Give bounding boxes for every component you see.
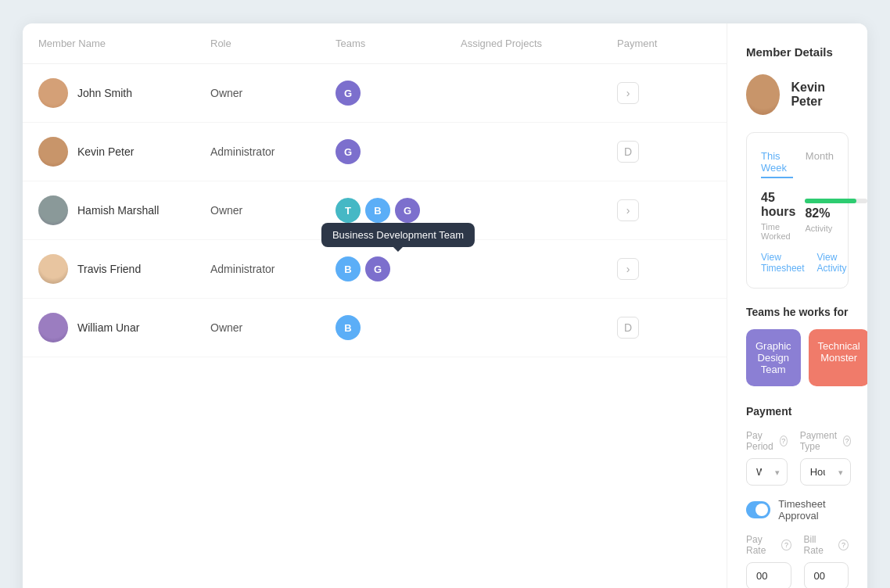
- payment-title: Payment: [746, 405, 849, 418]
- pay-period-field: Pay Period ? Weekly Bi-weekly Monthly ▾: [746, 430, 788, 486]
- member-name: William Unar: [77, 321, 139, 334]
- pay-period-select[interactable]: Weekly Bi-weekly Monthly: [746, 458, 788, 486]
- role-cell: Administrator: [210, 145, 336, 158]
- detail-button[interactable]: ›: [617, 82, 639, 104]
- detail-button[interactable]: ›: [617, 199, 639, 221]
- col-payment: Payment: [617, 38, 711, 49]
- team-badge: B: [365, 198, 390, 223]
- role-cell: Owner: [210, 321, 336, 334]
- tab-month[interactable]: Month: [806, 147, 834, 178]
- avatar: [38, 78, 68, 108]
- payment-type-select-wrapper: Hourly Payment Fixed ▾: [800, 458, 851, 486]
- avatar: [38, 137, 68, 167]
- tab-this-week[interactable]: This Week: [761, 147, 793, 178]
- payment-cell: ›: [617, 82, 711, 104]
- bill-rate-field: Bill Rate ?: [804, 534, 849, 588]
- table-header: Member Name Role Teams Assigned Projects…: [23, 23, 727, 64]
- team-badge: G: [336, 139, 361, 164]
- teams-cell: G: [336, 81, 461, 106]
- payment-type-select[interactable]: Hourly Payment Fixed: [800, 458, 851, 486]
- bill-rate-label: Bill Rate ?: [804, 534, 849, 556]
- stats-row: 45 hours Time Worked 82% Activity $245.0…: [761, 191, 834, 241]
- pay-period-select-wrapper: Weekly Bi-weekly Monthly ▾: [746, 458, 788, 486]
- timesheet-approval-row: Timesheet Approval: [746, 498, 849, 522]
- table-section: Member Name Role Teams Assigned Projects…: [23, 23, 727, 588]
- col-member-name: Member Name: [38, 38, 210, 49]
- team-badge: G: [395, 198, 420, 223]
- links-row: View Timesheet View Activity: [761, 252, 834, 274]
- member-header-name: Kevin Peter: [791, 81, 849, 109]
- team-badge: T: [336, 198, 361, 223]
- activity-label: Activity: [805, 224, 867, 233]
- table-row[interactable]: John Smith Owner G ›: [23, 64, 727, 123]
- payment-cell: D: [617, 317, 711, 339]
- payment-section: Payment Pay Period ? Weekly Bi-weekly Mo…: [746, 405, 849, 588]
- view-timesheet-link[interactable]: View Timesheet: [761, 252, 805, 274]
- team-pill-graphic[interactable]: Graphic Design Team: [746, 329, 801, 386]
- progress-bar-fill: [805, 199, 856, 203]
- member-header: Kevin Peter: [746, 74, 849, 115]
- avatar: [38, 254, 68, 284]
- detail-button[interactable]: ›: [617, 258, 639, 280]
- payment-row-rates: Pay Rate ? Bill Rate ?: [746, 534, 849, 588]
- teams-cell: G: [336, 139, 461, 164]
- payment-type-help-icon[interactable]: ?: [843, 436, 851, 446]
- role-cell: Owner: [210, 87, 336, 99]
- table-row[interactable]: William Unar Owner B D: [23, 299, 727, 357]
- team-pill-technical[interactable]: Technical Monster: [809, 329, 867, 386]
- member-name: Kevin Peter: [77, 145, 134, 158]
- member-name: Travis Friend: [77, 263, 141, 275]
- payment-cell: D: [617, 141, 711, 163]
- payment-cell: ›: [617, 199, 711, 221]
- member-cell: Hamish Marshall: [38, 195, 210, 225]
- team-badge: G: [365, 256, 390, 281]
- col-role: Role: [210, 38, 336, 49]
- progress-bar: [805, 199, 867, 203]
- member-cell: Travis Friend: [38, 254, 210, 284]
- time-worked-label: Time Worked: [761, 222, 795, 241]
- main-container: Member Name Role Teams Assigned Projects…: [23, 23, 867, 588]
- teams-cell: B: [336, 315, 461, 340]
- teams-cell: T B G: [336, 198, 461, 223]
- tooltip-business-dev: Business Development Team: [321, 223, 475, 247]
- payment-cell: ›: [617, 258, 711, 280]
- pay-rate-help-icon[interactable]: ?: [781, 540, 791, 550]
- table-row[interactable]: Kevin Peter Administrator G D: [23, 123, 727, 181]
- stat-activity: 82% Activity: [805, 199, 867, 233]
- activity-value: 82%: [805, 206, 867, 220]
- teams-row: Graphic Design Team Technical Monster: [746, 329, 849, 386]
- bill-rate-input[interactable]: [804, 562, 849, 588]
- timesheet-approval-toggle[interactable]: [746, 501, 770, 518]
- pay-rate-field: Pay Rate ?: [746, 534, 791, 588]
- pay-period-help-icon[interactable]: ?: [780, 436, 788, 446]
- teams-cell: B G Business Development Team: [336, 256, 461, 281]
- stat-time-worked: 45 hours Time Worked: [761, 191, 795, 241]
- pay-rate-input[interactable]: [746, 562, 791, 588]
- view-activity-link[interactable]: View Activity: [817, 252, 847, 274]
- member-cell: John Smith: [38, 78, 210, 108]
- bill-rate-help-icon[interactable]: ?: [838, 540, 849, 550]
- member-cell: Kevin Peter: [38, 137, 210, 167]
- timesheet-approval-label: Timesheet Approval: [778, 498, 849, 522]
- team-badge: B: [336, 256, 361, 281]
- toggle-knob: [755, 504, 768, 516]
- activity-card: This Week Month 45 hours Time Worked 82%…: [746, 132, 849, 289]
- payment-type-field: Payment Type ? Hourly Payment Fixed ▾: [800, 430, 851, 486]
- payment-type-label: Payment Type ?: [800, 430, 851, 452]
- member-name: Hamish Marshall: [77, 204, 159, 217]
- role-cell: Owner: [210, 204, 336, 217]
- detail-button[interactable]: D: [617, 141, 639, 163]
- member-name: John Smith: [77, 87, 132, 99]
- member-cell: William Unar: [38, 313, 210, 342]
- payment-row-selects: Pay Period ? Weekly Bi-weekly Monthly ▾: [746, 430, 849, 486]
- detail-panel-title: Member Details: [746, 45, 849, 59]
- table-row[interactable]: Travis Friend Administrator B G Business…: [23, 240, 727, 299]
- teams-section-title: Teams he works for: [746, 306, 849, 318]
- avatar: [38, 195, 68, 225]
- pay-rate-label: Pay Rate ?: [746, 534, 791, 556]
- detail-panel: Member Details Kevin Peter This Week Mon…: [727, 23, 867, 588]
- detail-button[interactable]: D: [617, 317, 639, 339]
- time-worked-value: 45 hours: [761, 191, 795, 219]
- pay-period-label: Pay Period ?: [746, 430, 788, 452]
- team-badge: B: [336, 315, 361, 340]
